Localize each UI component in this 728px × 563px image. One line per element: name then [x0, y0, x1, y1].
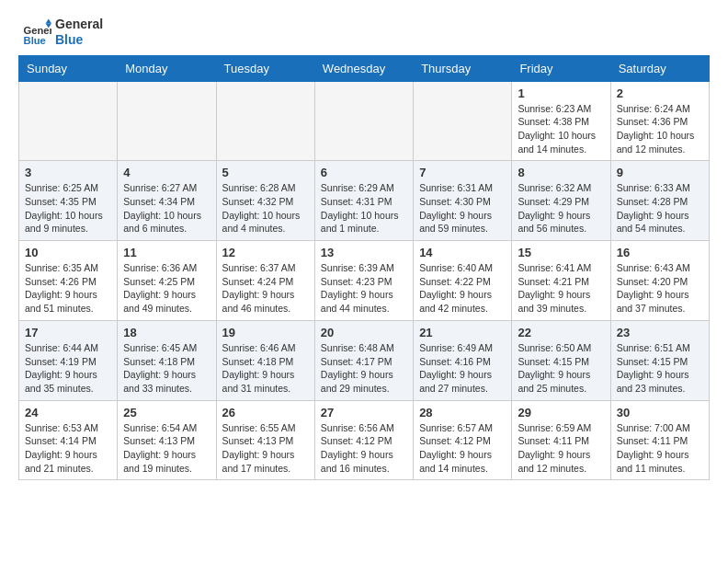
- page-header: General Blue General Blue: [0, 0, 728, 55]
- calendar-header-tuesday: Tuesday: [216, 55, 314, 81]
- day-number: 19: [222, 326, 309, 339]
- day-info: Sunrise: 6:41 AM Sunset: 4:21 PM Dayligh…: [518, 261, 604, 316]
- calendar-day: 25Sunrise: 6:54 AM Sunset: 4:13 PM Dayli…: [118, 400, 216, 480]
- day-number: 3: [25, 166, 111, 179]
- calendar-day: 24Sunrise: 6:53 AM Sunset: 4:14 PM Dayli…: [19, 400, 118, 480]
- calendar-week-5: 24Sunrise: 6:53 AM Sunset: 4:14 PM Dayli…: [19, 400, 710, 480]
- calendar-day: 5Sunrise: 6:28 AM Sunset: 4:32 PM Daylig…: [216, 161, 314, 241]
- day-info: Sunrise: 6:50 AM Sunset: 4:15 PM Dayligh…: [518, 341, 604, 396]
- day-number: 7: [419, 166, 506, 179]
- calendar-day: 22Sunrise: 6:50 AM Sunset: 4:15 PM Dayli…: [512, 320, 610, 400]
- day-info: Sunrise: 6:48 AM Sunset: 4:17 PM Dayligh…: [321, 341, 407, 396]
- calendar-header-saturday: Saturday: [610, 55, 709, 81]
- calendar-day: 8Sunrise: 6:32 AM Sunset: 4:29 PM Daylig…: [512, 161, 610, 241]
- calendar-day: 10Sunrise: 6:35 AM Sunset: 4:26 PM Dayli…: [19, 241, 118, 321]
- calendar-day: 16Sunrise: 6:43 AM Sunset: 4:20 PM Dayli…: [610, 241, 709, 321]
- day-info: Sunrise: 6:55 AM Sunset: 4:13 PM Dayligh…: [222, 421, 309, 476]
- day-number: 16: [617, 246, 703, 259]
- day-number: 5: [222, 166, 309, 179]
- day-info: Sunrise: 6:27 AM Sunset: 4:34 PM Dayligh…: [123, 181, 210, 236]
- calendar-day: [314, 81, 413, 161]
- day-info: Sunrise: 6:45 AM Sunset: 4:18 PM Dayligh…: [123, 341, 210, 396]
- day-number: 14: [419, 246, 506, 259]
- calendar-day: 13Sunrise: 6:39 AM Sunset: 4:23 PM Dayli…: [314, 241, 413, 321]
- logo-text-general: General: [55, 17, 103, 32]
- calendar-day: 28Sunrise: 6:57 AM Sunset: 4:12 PM Dayli…: [414, 400, 512, 480]
- calendar-week-3: 10Sunrise: 6:35 AM Sunset: 4:26 PM Dayli…: [19, 241, 710, 321]
- calendar-day: 14Sunrise: 6:40 AM Sunset: 4:22 PM Dayli…: [414, 241, 512, 321]
- calendar-wrapper: SundayMondayTuesdayWednesdayThursdayFrid…: [0, 55, 728, 490]
- calendar-day: 26Sunrise: 6:55 AM Sunset: 4:13 PM Dayli…: [216, 400, 314, 480]
- calendar-header-wednesday: Wednesday: [314, 55, 413, 81]
- calendar-day: 19Sunrise: 6:46 AM Sunset: 4:18 PM Dayli…: [216, 320, 314, 400]
- day-number: 15: [518, 246, 604, 259]
- day-info: Sunrise: 6:44 AM Sunset: 4:19 PM Dayligh…: [25, 341, 111, 396]
- calendar-week-4: 17Sunrise: 6:44 AM Sunset: 4:19 PM Dayli…: [19, 320, 710, 400]
- day-info: Sunrise: 6:59 AM Sunset: 4:11 PM Dayligh…: [518, 421, 604, 476]
- day-info: Sunrise: 6:56 AM Sunset: 4:12 PM Dayligh…: [321, 421, 407, 476]
- calendar-header-sunday: Sunday: [19, 55, 118, 81]
- calendar-header-friday: Friday: [512, 55, 610, 81]
- calendar-day: [414, 81, 512, 161]
- calendar-header-row: SundayMondayTuesdayWednesdayThursdayFrid…: [19, 55, 710, 81]
- day-info: Sunrise: 6:37 AM Sunset: 4:24 PM Dayligh…: [222, 261, 309, 316]
- calendar-day: 2Sunrise: 6:24 AM Sunset: 4:36 PM Daylig…: [610, 81, 709, 161]
- day-info: Sunrise: 6:32 AM Sunset: 4:29 PM Dayligh…: [518, 181, 604, 236]
- calendar-day: 3Sunrise: 6:25 AM Sunset: 4:35 PM Daylig…: [19, 161, 118, 241]
- day-info: Sunrise: 6:33 AM Sunset: 4:28 PM Dayligh…: [617, 181, 703, 236]
- day-number: 18: [123, 326, 210, 339]
- calendar-day: 29Sunrise: 6:59 AM Sunset: 4:11 PM Dayli…: [512, 400, 610, 480]
- day-info: Sunrise: 6:39 AM Sunset: 4:23 PM Dayligh…: [321, 261, 407, 316]
- day-number: 26: [222, 406, 309, 419]
- day-number: 1: [518, 86, 604, 100]
- day-info: Sunrise: 6:46 AM Sunset: 4:18 PM Dayligh…: [222, 341, 309, 396]
- calendar-day: 27Sunrise: 6:56 AM Sunset: 4:12 PM Dayli…: [314, 400, 413, 480]
- calendar-day: 20Sunrise: 6:48 AM Sunset: 4:17 PM Dayli…: [314, 320, 413, 400]
- day-info: Sunrise: 6:35 AM Sunset: 4:26 PM Dayligh…: [25, 261, 111, 316]
- day-info: Sunrise: 6:24 AM Sunset: 4:36 PM Dayligh…: [617, 102, 703, 156]
- day-number: 20: [321, 326, 407, 339]
- day-number: 22: [518, 326, 604, 339]
- day-info: Sunrise: 6:25 AM Sunset: 4:35 PM Dayligh…: [25, 181, 111, 236]
- calendar-day: 15Sunrise: 6:41 AM Sunset: 4:21 PM Dayli…: [512, 241, 610, 321]
- day-number: 24: [25, 406, 111, 419]
- day-number: 17: [25, 326, 111, 339]
- logo-text-blue: Blue: [55, 32, 103, 48]
- day-info: Sunrise: 6:51 AM Sunset: 4:15 PM Dayligh…: [617, 341, 703, 396]
- day-number: 10: [25, 246, 111, 259]
- day-number: 9: [617, 166, 703, 179]
- day-info: Sunrise: 6:29 AM Sunset: 4:31 PM Dayligh…: [321, 181, 407, 236]
- day-info: Sunrise: 6:40 AM Sunset: 4:22 PM Dayligh…: [419, 261, 506, 316]
- day-number: 30: [617, 406, 703, 419]
- day-info: Sunrise: 6:49 AM Sunset: 4:16 PM Dayligh…: [419, 341, 506, 396]
- calendar-day: 7Sunrise: 6:31 AM Sunset: 4:30 PM Daylig…: [414, 161, 512, 241]
- day-number: 23: [617, 326, 703, 339]
- day-info: Sunrise: 6:36 AM Sunset: 4:25 PM Dayligh…: [123, 261, 210, 316]
- calendar-day: 17Sunrise: 6:44 AM Sunset: 4:19 PM Dayli…: [19, 320, 118, 400]
- day-number: 25: [123, 406, 210, 419]
- logo: General Blue General Blue: [22, 17, 103, 48]
- calendar-day: 21Sunrise: 6:49 AM Sunset: 4:16 PM Dayli…: [414, 320, 512, 400]
- day-info: Sunrise: 6:54 AM Sunset: 4:13 PM Dayligh…: [123, 421, 210, 476]
- calendar-day: 23Sunrise: 6:51 AM Sunset: 4:15 PM Dayli…: [610, 320, 709, 400]
- calendar-day: [118, 81, 216, 161]
- svg-text:General: General: [24, 24, 51, 35]
- calendar-day: [216, 81, 314, 161]
- calendar-day: 9Sunrise: 6:33 AM Sunset: 4:28 PM Daylig…: [610, 161, 709, 241]
- day-info: Sunrise: 6:43 AM Sunset: 4:20 PM Dayligh…: [617, 261, 703, 316]
- day-info: Sunrise: 6:31 AM Sunset: 4:30 PM Dayligh…: [419, 181, 506, 236]
- calendar-day: 1Sunrise: 6:23 AM Sunset: 4:38 PM Daylig…: [512, 81, 610, 161]
- calendar-table: SundayMondayTuesdayWednesdayThursdayFrid…: [18, 55, 710, 481]
- day-number: 6: [321, 166, 407, 179]
- svg-text:Blue: Blue: [24, 35, 46, 46]
- logo-icon: General Blue: [22, 17, 51, 47]
- svg-marker-2: [46, 18, 51, 23]
- calendar-day: 4Sunrise: 6:27 AM Sunset: 4:34 PM Daylig…: [118, 161, 216, 241]
- day-number: 28: [419, 406, 506, 419]
- day-info: Sunrise: 6:23 AM Sunset: 4:38 PM Dayligh…: [518, 102, 604, 156]
- day-number: 4: [123, 166, 210, 179]
- calendar-header-thursday: Thursday: [414, 55, 512, 81]
- calendar-day: 18Sunrise: 6:45 AM Sunset: 4:18 PM Dayli…: [118, 320, 216, 400]
- calendar-day: 11Sunrise: 6:36 AM Sunset: 4:25 PM Dayli…: [118, 241, 216, 321]
- day-number: 29: [518, 406, 604, 419]
